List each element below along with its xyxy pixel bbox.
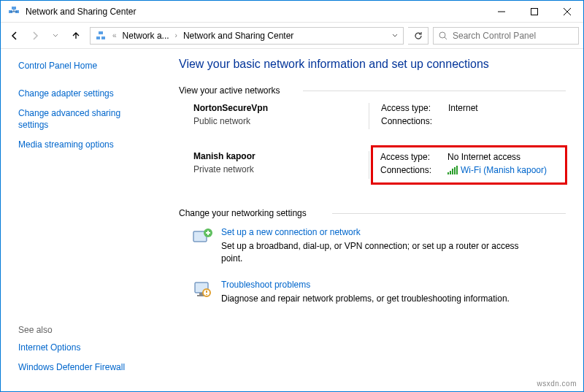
access-type-label: Access type: — [381, 103, 448, 113]
access-type-label: Access type: — [380, 152, 447, 162]
search-input[interactable] — [453, 31, 574, 41]
access-type-value: No Internet access — [447, 152, 520, 162]
network-name: NortonSecureVpn — [193, 103, 369, 113]
breadcrumb-dropdown[interactable] — [387, 28, 402, 44]
close-button[interactable] — [550, 1, 583, 23]
troubleshoot-link[interactable]: Troubleshoot problems — [221, 280, 510, 290]
active-networks-label: View your active networks — [179, 85, 566, 96]
breadcrumb-item-1[interactable]: Network a... — [120, 28, 172, 44]
svg-point-7 — [439, 32, 445, 38]
setup-connection-link[interactable]: Set up a new connection or network — [221, 227, 542, 237]
control-panel-home-link[interactable]: Control Panel Home — [18, 61, 153, 72]
sidebar-link-sharing[interactable]: Change advanced sharing settings — [18, 108, 153, 131]
toolbar: « Network a... › Network and Sharing Cen… — [1, 23, 583, 49]
page-heading: View your basic network information and … — [179, 58, 566, 71]
network-type: Public network — [193, 116, 369, 126]
access-type-value: Internet — [448, 103, 478, 113]
forward-button — [26, 26, 45, 45]
breadcrumb[interactable]: « Network a... › Network and Sharing Cen… — [90, 27, 404, 45]
up-button[interactable] — [66, 26, 85, 45]
network-row: NortonSecureVpn Public network Access ty… — [193, 103, 566, 129]
minimize-button[interactable] — [485, 1, 518, 23]
breadcrumb-item-2[interactable]: Network and Sharing Center — [180, 28, 296, 44]
setting-item: Troubleshoot problems Diagnose and repai… — [192, 280, 566, 305]
highlight-box: Access type:No Internet access Connectio… — [371, 145, 567, 185]
connections-label: Connections: — [380, 165, 447, 175]
network-icon — [95, 30, 107, 42]
svg-rect-3 — [531, 8, 537, 15]
app-icon — [8, 6, 20, 18]
svg-rect-4 — [96, 36, 100, 39]
sidebar-link-adapter[interactable]: Change adapter settings — [18, 88, 153, 100]
search-box[interactable] — [433, 27, 579, 45]
watermark: wsxdn.com — [537, 380, 577, 388]
setting-item: Set up a new connection or network Set u… — [192, 227, 566, 265]
recent-dropdown[interactable] — [46, 26, 65, 45]
back-button[interactable] — [5, 26, 24, 45]
setup-connection-desc: Set up a broadband, dial-up, or VPN conn… — [221, 240, 542, 265]
titlebar: Network and Sharing Center — [1, 1, 583, 23]
window-title: Network and Sharing Center — [26, 7, 485, 17]
network-row: Manish kapoor Private network Access typ… — [193, 151, 566, 179]
svg-rect-2 — [12, 7, 16, 9]
seealso-internet-options[interactable]: Internet Options — [18, 342, 153, 354]
sidebar: Control Panel Home Change adapter settin… — [1, 49, 161, 391]
main-content: View your basic network information and … — [161, 49, 583, 391]
see-also-label: See also — [18, 325, 153, 335]
network-name: Manish kapoor — [193, 151, 369, 161]
new-connection-icon — [192, 227, 214, 247]
search-icon — [438, 31, 448, 41]
maximize-button[interactable] — [518, 1, 550, 23]
svg-rect-6 — [99, 31, 103, 34]
svg-rect-5 — [101, 36, 105, 39]
wifi-signal-icon — [447, 166, 458, 174]
wifi-connection-link[interactable]: Wi-Fi (Manish kapoor) — [461, 165, 547, 175]
network-type: Private network — [193, 164, 369, 174]
connections-label: Connections: — [381, 116, 448, 126]
seealso-firewall[interactable]: Windows Defender Firewall — [18, 362, 153, 374]
chevron-right-icon[interactable]: › — [172, 31, 180, 39]
troubleshoot-desc: Diagnose and repair network problems, or… — [221, 293, 510, 305]
change-settings-label: Change your networking settings — [179, 208, 566, 218]
refresh-button[interactable] — [408, 27, 429, 45]
sidebar-link-media[interactable]: Media streaming options — [18, 139, 153, 151]
troubleshoot-icon — [192, 280, 214, 300]
breadcrumb-sep: « — [110, 31, 120, 39]
